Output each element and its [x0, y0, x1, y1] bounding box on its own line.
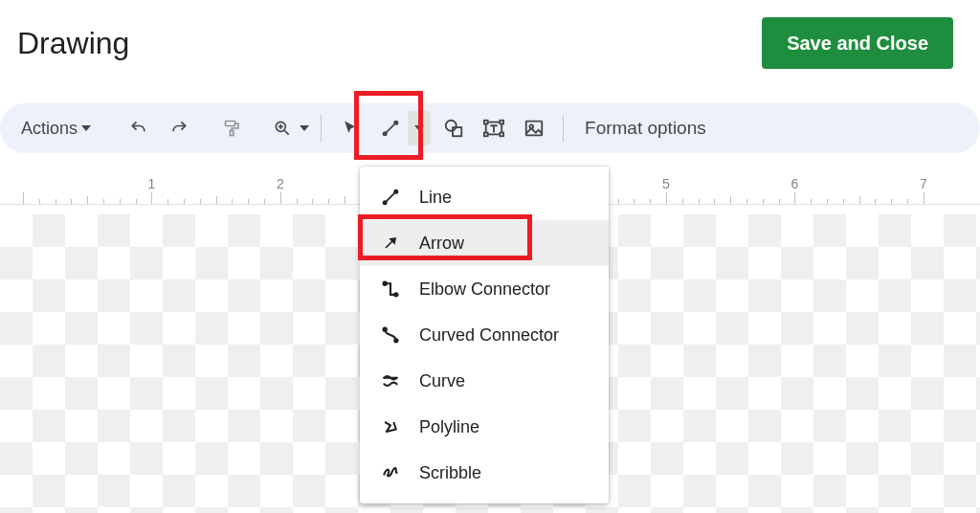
redo-icon [169, 119, 189, 138]
line-menu-item-label: Polyline [419, 417, 479, 437]
svg-point-7 [384, 132, 387, 135]
ruler-tick [232, 199, 233, 204]
toolbar-separator [321, 115, 322, 142]
svg-rect-1 [231, 131, 234, 136]
line-menu-item-label: Curved Connector [419, 325, 559, 346]
ruler-tick [280, 192, 281, 204]
line-icon [381, 119, 400, 138]
ruler-tick [699, 199, 700, 204]
caret-down-icon [300, 125, 309, 131]
ruler-tick [618, 199, 619, 204]
ruler-tick [924, 192, 924, 204]
svg-point-20 [394, 190, 397, 193]
curved-connector-icon [379, 323, 402, 346]
ruler-tick [779, 199, 780, 204]
ruler-number: 2 [277, 176, 284, 191]
ruler-tick [714, 199, 715, 204]
save-and-close-button[interactable]: Save and Close [762, 17, 953, 69]
redo-button[interactable] [162, 111, 196, 145]
ruler-tick [859, 196, 860, 204]
format-options-button[interactable]: Format options [575, 112, 716, 145]
svg-point-25 [384, 328, 387, 331]
elbow-connector-icon [379, 278, 402, 301]
ruler-tick [794, 192, 795, 204]
textbox-tool-button[interactable] [477, 111, 511, 145]
ruler-number: 1 [147, 176, 155, 191]
image-icon [523, 118, 545, 139]
shape-tool-button[interactable] [436, 111, 471, 145]
ruler-tick [136, 199, 137, 204]
undo-icon [129, 119, 148, 138]
ruler-tick [763, 199, 764, 204]
ruler-tick [891, 199, 892, 204]
svg-rect-12 [484, 121, 488, 124]
paint-roller-icon [223, 119, 242, 138]
ruler-tick [666, 192, 667, 204]
toolbar: Actions Forma [0, 103, 980, 153]
paint-format-button[interactable] [215, 111, 250, 145]
line-menu-item-elbow[interactable]: Elbow Connector [360, 266, 609, 312]
ruler-tick [827, 199, 828, 204]
svg-rect-13 [500, 121, 503, 124]
undo-button[interactable] [122, 111, 156, 145]
svg-rect-14 [484, 133, 488, 137]
ruler-tick [746, 199, 747, 204]
svg-line-3 [285, 131, 289, 135]
textbox-icon [483, 118, 504, 139]
ruler-tick [682, 199, 683, 204]
ruler-number: 5 [662, 176, 670, 191]
ruler-tick [297, 199, 298, 204]
svg-rect-15 [500, 133, 503, 137]
image-tool-button[interactable] [517, 111, 551, 145]
ruler-tick [907, 199, 908, 204]
polyline-icon [379, 415, 402, 438]
line-tool-split-button[interactable] [373, 111, 431, 145]
select-tool-button[interactable] [333, 111, 368, 145]
actions-menu-button[interactable]: Actions [13, 113, 99, 145]
zoom-button[interactable] [269, 111, 309, 145]
line-tool-dropdown-button[interactable] [408, 111, 431, 145]
dialog-title: Drawing [17, 26, 129, 61]
line-menu-item-poly[interactable]: Polyline [360, 404, 609, 450]
line-menu-item-curved[interactable]: Curved Connector [360, 312, 609, 358]
line-menu-item-arrow[interactable]: Arrow [360, 220, 609, 266]
ruler-tick [71, 199, 72, 204]
svg-point-8 [394, 122, 397, 124]
ruler-tick [328, 199, 329, 204]
shape-icon [443, 118, 464, 139]
cursor-icon [341, 119, 360, 138]
ruler-number: 7 [920, 176, 927, 191]
ruler-tick [120, 199, 121, 204]
toolbar-separator [563, 115, 564, 142]
line-menu-item-label: Elbow Connector [419, 279, 550, 300]
line-menu-item-scrib[interactable]: Scribble [360, 450, 609, 496]
line-menu-item-label: Arrow [419, 234, 464, 254]
caret-down-icon [81, 125, 91, 131]
ruler-tick [200, 199, 201, 204]
arrow-icon [379, 232, 402, 255]
zoom-icon [273, 119, 292, 138]
ruler-tick [216, 196, 217, 204]
svg-point-23 [384, 282, 387, 285]
dialog-header: Drawing Save and Close [0, 0, 980, 86]
ruler-tick [811, 199, 812, 204]
curve-icon [379, 369, 402, 392]
svg-point-19 [384, 201, 387, 204]
ruler-tick [248, 199, 249, 204]
ruler-tick [730, 196, 731, 204]
svg-rect-10 [453, 127, 461, 136]
line-menu-item-line[interactable]: Line [360, 174, 609, 220]
svg-point-24 [394, 293, 397, 296]
line-menu-item-curve[interactable]: Curve [360, 358, 609, 404]
line-tool-button[interactable] [373, 111, 408, 145]
actions-label: Actions [21, 119, 78, 139]
line-menu-item-label: Curve [419, 371, 465, 391]
svg-rect-0 [226, 122, 235, 126]
caret-down-icon [414, 125, 424, 131]
ruler-tick [103, 199, 104, 204]
ruler-tick [87, 196, 88, 204]
ruler-tick [184, 199, 185, 204]
svg-point-9 [446, 121, 457, 131]
ruler-tick [312, 199, 313, 204]
svg-rect-16 [526, 122, 543, 136]
